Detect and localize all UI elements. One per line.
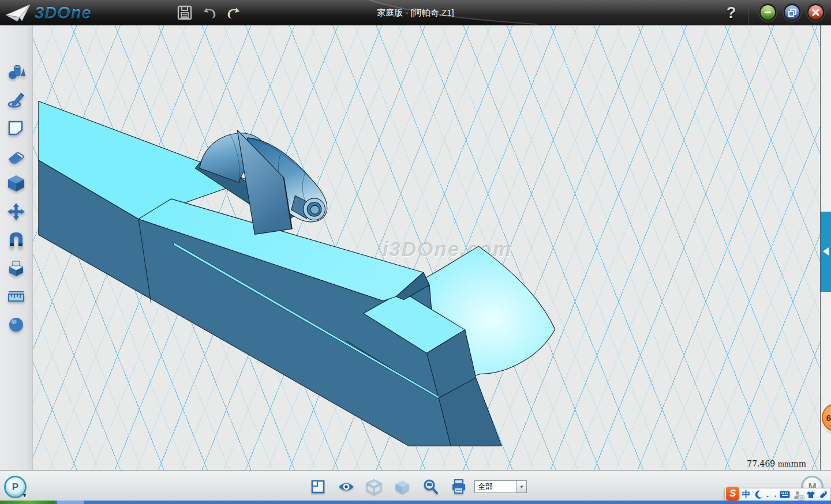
ime-keyboard-button[interactable] <box>779 489 791 501</box>
move-tool[interactable] <box>6 201 27 222</box>
taskbar-start-segment[interactable] <box>0 501 55 504</box>
ime-tools-button[interactable] <box>818 489 829 501</box>
shaded-view-button[interactable] <box>394 478 411 495</box>
eraser-icon <box>7 146 25 165</box>
minimize-button[interactable] <box>759 4 776 21</box>
move-icon <box>7 202 25 221</box>
3d-model[interactable] <box>33 25 820 470</box>
solid-tool[interactable] <box>6 173 27 194</box>
dimension-value: 77.469 <box>747 459 775 468</box>
redo-button[interactable] <box>224 3 244 22</box>
print-icon <box>451 479 467 494</box>
print-button[interactable] <box>450 478 467 495</box>
history-dropdown-caret[interactable]: ▼ <box>22 492 27 498</box>
window-title: 家庭版 - [阿帕奇.Z1] <box>0 0 831 25</box>
save-icon <box>177 5 192 20</box>
sketch-plane-icon <box>7 118 25 137</box>
ime-account-button[interactable]: 14 <box>792 489 803 501</box>
minimize-icon <box>763 8 772 17</box>
filter-select-arrow[interactable]: ▼ <box>517 480 527 493</box>
history-back-label: P <box>12 482 18 493</box>
wireframe-view-button[interactable] <box>365 478 383 495</box>
snap-corner-icon <box>310 479 325 494</box>
restore-icon <box>788 8 797 17</box>
eraser-tool[interactable] <box>6 145 27 166</box>
measure-tool[interactable] <box>6 286 27 307</box>
wireframe-cube-icon <box>366 479 382 495</box>
close-button[interactable] <box>807 4 824 21</box>
ime-moon-toggle[interactable] <box>753 489 765 501</box>
moon-icon <box>755 490 764 499</box>
collapsed-panel-tab[interactable] <box>821 212 831 292</box>
material-tool[interactable] <box>6 314 27 335</box>
titlebar: 3DOne 家庭版 - [阿帕奇.Z1] ? <box>0 0 831 25</box>
dimension-unit: mm <box>778 460 791 468</box>
sketch-icon <box>7 90 25 108</box>
ime-brand-button[interactable]: S <box>726 487 739 501</box>
shirt-icon <box>806 491 815 499</box>
filter-select[interactable]: 全部 <box>474 480 517 493</box>
ime-punctuation-toggle[interactable]: 。， <box>766 489 778 501</box>
restore-button[interactable] <box>784 4 800 21</box>
3done-app-window: { "titlebar": { "logo_text": "3DOne", "t… <box>0 0 831 504</box>
statusbar: P ▼ M <box>0 470 831 501</box>
help-button[interactable]: ? <box>721 1 741 24</box>
badge-count: 63 <box>826 413 831 423</box>
dimension-readout: 77.469 mmmm <box>747 459 806 468</box>
snap-corner-button[interactable] <box>309 478 327 495</box>
taskbar-app-segment <box>57 501 84 504</box>
left-toolbar <box>0 25 33 470</box>
solid-cube-icon <box>7 174 25 193</box>
sketch-plane-tool[interactable] <box>6 117 27 138</box>
combine-icon <box>7 259 25 277</box>
viewport-canvas[interactable]: i3DOne.com <box>33 25 820 470</box>
sketch-tool[interactable] <box>6 89 27 110</box>
primitives-icon <box>7 62 25 81</box>
ime-language-toggle[interactable]: 中 <box>740 489 752 501</box>
ime-toolbar: S 中 。， 14 <box>724 488 831 501</box>
filter-value: 全部 <box>478 482 493 492</box>
ime-brand-letter: S <box>729 488 736 499</box>
material-sphere-icon <box>7 315 25 334</box>
ime-language-label: 中 <box>742 489 751 500</box>
zoom-button[interactable] <box>422 478 439 495</box>
undo-button[interactable] <box>200 3 219 22</box>
undo-icon <box>201 5 218 20</box>
primitives-tool[interactable] <box>6 61 27 82</box>
visibility-eye-icon <box>338 480 355 493</box>
taskbar-strip <box>0 501 831 504</box>
ime-skin-button[interactable] <box>804 489 816 501</box>
shaded-cube-icon <box>394 479 410 495</box>
magnet-icon <box>7 231 25 249</box>
paper-plane-icon <box>5 2 31 23</box>
close-icon <box>811 8 820 17</box>
visibility-button[interactable] <box>338 478 355 495</box>
combine-tool[interactable] <box>6 258 27 279</box>
panel-expand-arrow-icon <box>822 247 829 256</box>
app-logo-text: 3DOne <box>35 3 91 22</box>
ime-user-count: 14 <box>798 495 805 501</box>
save-button[interactable] <box>175 3 194 22</box>
titlebar-separator <box>748 0 748 25</box>
titlebar-swoosh <box>0 0 831 25</box>
measure-icon <box>7 287 25 306</box>
keyboard-icon <box>780 491 790 498</box>
wrench-icon <box>819 490 828 499</box>
magnet-tool[interactable] <box>6 230 27 250</box>
redo-icon <box>226 5 242 20</box>
ime-punctuation-label: 。， <box>766 490 778 499</box>
zoom-search-icon <box>422 479 439 495</box>
app-logo: 3DOne <box>5 2 91 23</box>
